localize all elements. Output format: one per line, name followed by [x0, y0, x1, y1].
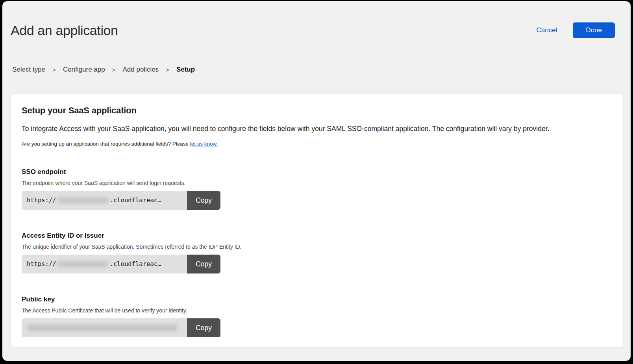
access-entity-id-value-suffix: .cloudflareac… — [110, 261, 161, 268]
card-heading: Setup your SaaS application — [22, 105, 612, 116]
topbar-actions: Cancel Done — [536, 22, 615, 38]
access-entity-id-copy-button[interactable]: Copy — [187, 255, 220, 273]
card-note: Are you setting up an application that r… — [22, 141, 612, 147]
breadcrumb-separator: > — [52, 67, 56, 73]
card-description: To integrate Access with your SaaS appli… — [22, 124, 612, 133]
redacted-value-blur — [27, 324, 178, 331]
field-section-access-entity-id: Access Entity ID or Issuer The unique id… — [22, 232, 612, 273]
sso-endpoint-value-prefix: https:// — [27, 197, 56, 204]
sso-endpoint-description: The endpoint where your SaaS application… — [22, 180, 612, 186]
breadcrumb-step-setup: Setup — [176, 66, 195, 74]
dashboard-screen: Add an application Cancel Done Select ty… — [2, 1, 631, 361]
public-key-value — [22, 318, 187, 337]
public-key-description: The Access Public Certificate that will … — [22, 307, 612, 314]
setup-card: Setup your SaaS application To integrate… — [10, 93, 624, 347]
breadcrumb-separator: > — [166, 67, 169, 73]
let-us-know-link[interactable]: let us know. — [190, 141, 218, 147]
breadcrumb-step-select-type[interactable]: Select type — [12, 66, 45, 74]
page-title: Add an application — [11, 23, 118, 38]
breadcrumb-step-add-policies[interactable]: Add policies — [122, 66, 159, 74]
breadcrumb-separator: > — [112, 67, 116, 73]
public-key-copy-button[interactable]: Copy — [187, 318, 220, 337]
sso-endpoint-value: https:// .cloudflareac… — [22, 191, 187, 210]
public-key-value-row: Copy — [22, 318, 220, 337]
sso-endpoint-value-suffix: .cloudflareac… — [110, 197, 161, 204]
breadcrumb: Select type > Configure app > Add polici… — [12, 66, 631, 74]
card-note-text: Are you setting up an application that r… — [22, 141, 189, 147]
access-entity-id-description: The unique identifier of your SaaS appli… — [22, 244, 612, 250]
field-section-public-key: Public key The Access Public Certificate… — [22, 296, 612, 337]
sso-endpoint-label: SSO endpoint — [22, 168, 612, 176]
access-entity-id-value: https:// .cloudflareac… — [22, 255, 187, 273]
field-section-sso-endpoint: SSO endpoint The endpoint where your Saa… — [22, 168, 612, 210]
topbar: Add an application Cancel Done — [11, 22, 615, 38]
redacted-value-blur — [57, 197, 109, 203]
page-background: { "page": { "title": "Add an application… — [0, 0, 633, 364]
access-entity-id-label: Access Entity ID or Issuer — [22, 232, 612, 240]
breadcrumb-step-configure-app[interactable]: Configure app — [63, 66, 105, 74]
access-entity-id-value-prefix: https:// — [27, 261, 56, 268]
done-button[interactable]: Done — [573, 22, 615, 38]
sso-endpoint-value-row: https:// .cloudflareac… Copy — [22, 191, 220, 210]
access-entity-id-value-row: https:// .cloudflareac… Copy — [22, 255, 220, 273]
cancel-button[interactable]: Cancel — [536, 26, 557, 34]
public-key-label: Public key — [22, 296, 612, 303]
sso-endpoint-copy-button[interactable]: Copy — [187, 191, 220, 210]
redacted-value-blur — [57, 261, 109, 267]
